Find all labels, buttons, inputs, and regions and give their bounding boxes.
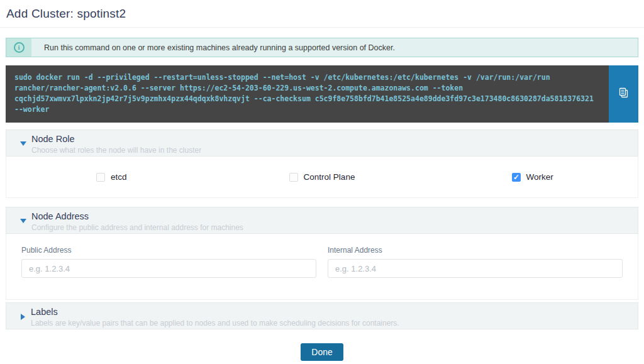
node-address-body: Public Address Internal Address bbox=[6, 234, 638, 300]
section-header-node-role[interactable]: Node Role Choose what roles the node wil… bbox=[6, 130, 638, 157]
internal-address-label: Internal Address bbox=[328, 246, 623, 255]
section-header-node-address[interactable]: Node Address Configure the public addres… bbox=[6, 207, 638, 234]
section-title: Labels bbox=[31, 307, 399, 317]
section-subtitle: Choose what roles the node will have in … bbox=[31, 146, 201, 155]
command-block: sudo docker run -d --privileged --restar… bbox=[6, 65, 638, 123]
section-title: Node Address bbox=[31, 211, 243, 221]
section-subtitle: Configure the public address and interna… bbox=[31, 223, 243, 232]
section-header-text: Node Role Choose what roles the node wil… bbox=[31, 134, 201, 156]
chevron-right-icon bbox=[21, 314, 25, 320]
chevron-down-icon bbox=[20, 219, 26, 223]
info-banner-text: Run this command on one or more existing… bbox=[31, 43, 395, 52]
role-option-worker[interactable]: Worker bbox=[427, 172, 638, 182]
info-banner-icon-cell: i bbox=[6, 38, 31, 57]
info-banner: i Run this command on one or more existi… bbox=[6, 38, 638, 57]
copy-command-button[interactable] bbox=[609, 65, 638, 123]
section-header-text: Node Address Configure the public addres… bbox=[31, 211, 243, 233]
section-title: Node Role bbox=[31, 134, 201, 144]
public-address-label: Public Address bbox=[21, 246, 316, 255]
role-option-etcd[interactable]: etcd bbox=[6, 172, 217, 182]
role-label: etcd bbox=[111, 172, 127, 182]
main-content: i Run this command on one or more existi… bbox=[0, 38, 644, 361]
node-role-body: etcd Control Plane Worker bbox=[6, 157, 638, 198]
page-title: Add Cluster: spotinst2 bbox=[6, 7, 644, 21]
section-header-labels[interactable]: Labels Labels are key/value pairs that c… bbox=[6, 302, 638, 329]
public-address-field-group: Public Address bbox=[21, 246, 316, 299]
internal-address-input[interactable] bbox=[328, 259, 623, 278]
docker-command-text[interactable]: sudo docker run -d --privileged --restar… bbox=[6, 65, 609, 123]
control-plane-checkbox[interactable] bbox=[289, 173, 298, 182]
clipboard-icon bbox=[618, 87, 630, 101]
internal-address-field-group: Internal Address bbox=[328, 246, 623, 299]
worker-checkbox[interactable] bbox=[512, 173, 521, 182]
section-subtitle: Labels are key/value pairs that can be a… bbox=[31, 319, 399, 328]
public-address-input[interactable] bbox=[21, 259, 316, 278]
done-button[interactable]: Done bbox=[301, 343, 343, 361]
footer: Done bbox=[6, 343, 638, 361]
etcd-checkbox[interactable] bbox=[96, 173, 105, 182]
role-label: Control Plane bbox=[304, 172, 355, 182]
role-label: Worker bbox=[526, 172, 553, 182]
role-option-control-plane[interactable]: Control Plane bbox=[217, 172, 428, 182]
chevron-down-icon bbox=[20, 141, 26, 146]
info-icon: i bbox=[14, 42, 25, 53]
section-header-text: Labels Labels are key/value pairs that c… bbox=[31, 307, 399, 329]
page-header: Add Cluster: spotinst2 bbox=[0, 0, 644, 28]
